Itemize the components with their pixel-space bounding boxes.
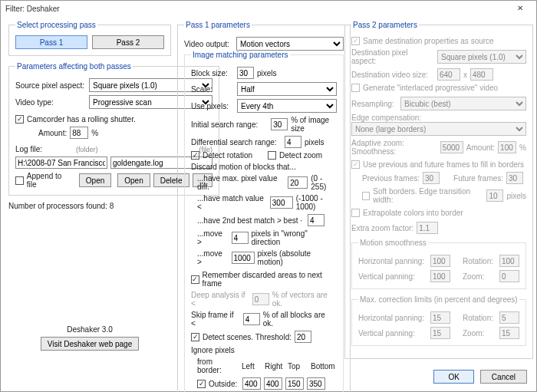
mcl-vp-input [430, 327, 450, 339]
left-label: Left [242, 362, 262, 371]
pass-legend: Select processing pass [15, 21, 97, 29]
d2-input[interactable] [270, 196, 293, 209]
both-passes-legend: Parameters affecting both passes [15, 62, 133, 71]
d5-unit: pixels (absolute motion) [258, 249, 337, 266]
mcl-hp-input [430, 311, 450, 324]
video-output-select[interactable]: Motion vectors [236, 37, 344, 51]
use-pixels-select[interactable]: Every 4th [237, 99, 337, 113]
dsr-input[interactable] [285, 136, 301, 148]
ezf-label: Extra zoom factor: [351, 224, 413, 232]
folder-hint: (folder) [76, 146, 98, 153]
ms-hp-label: Horizontal panning: [358, 257, 427, 265]
amount-pct: % [91, 129, 98, 137]
open-folder-button[interactable]: Open [79, 173, 111, 187]
scale-select[interactable]: Half [237, 82, 337, 96]
d1-label: ...have max. pixel value diff. [197, 174, 285, 191]
detect-scenes-checkbox[interactable]: ✓ [191, 333, 199, 341]
skip-unit: % of all blocks are ok. [263, 311, 337, 328]
dpa-select: Square pixels (1.0) [437, 50, 526, 64]
cancel-button[interactable]: Cancel [480, 370, 527, 384]
az-amount-label: Amount: [466, 143, 495, 152]
pass2-button[interactable]: Pass 2 [92, 35, 164, 49]
mcl-legend: Max. correction limits (in percent and d… [358, 295, 519, 304]
isr-unit: % of image size [291, 116, 337, 133]
d1-input[interactable] [288, 176, 308, 189]
top-label: Top [288, 362, 308, 371]
gip-label: Generate "interlaced progressive" video [363, 84, 498, 92]
amount-input[interactable] [70, 127, 88, 139]
scenes-input[interactable] [295, 331, 311, 343]
pass1-legend: Pass 1 parameters [184, 21, 252, 29]
ms-zoom-input [499, 270, 519, 282]
edge-label: Edge compensation: [351, 114, 526, 122]
image-matching-group: Image matching parameters Block size:pix… [184, 51, 344, 392]
isr-input[interactable] [271, 118, 288, 130]
detect-scenes-label: Detect scenes. Threshold: [203, 333, 292, 341]
open-file-button[interactable]: Open [117, 173, 150, 187]
outside-checkbox[interactable]: ✓ [197, 380, 206, 388]
logfile-label: Log file: [15, 145, 42, 153]
same-dest-checkbox: ✓ [351, 37, 360, 45]
d1-unit: (0 - 255) [311, 174, 337, 191]
mcl-rot-label: Rotation: [463, 314, 496, 322]
remember-checkbox[interactable]: ✓ [191, 275, 199, 284]
skip-label: Skip frame if < [191, 311, 240, 328]
mcl-zoom-input [499, 327, 519, 339]
detect-zoom-checkbox[interactable] [268, 151, 276, 160]
d3-input[interactable] [308, 214, 325, 226]
d4-input[interactable] [232, 232, 249, 244]
titlebar: Filter: Deshaker ✕ [1, 1, 536, 18]
out-right-input[interactable] [264, 377, 282, 390]
skip-input[interactable] [243, 313, 260, 325]
visit-webpage-button[interactable]: Visit Deshaker web page [41, 337, 139, 351]
dialog-window: Filter: Deshaker ✕ Select processing pas… [0, 0, 537, 392]
detect-rotation-label: Detect rotation [203, 151, 252, 160]
rolling-shutter-checkbox[interactable]: ✓ [15, 115, 24, 124]
upf-label: Use previous and future frames to fill i… [363, 160, 524, 169]
deep-unit: % of vectors are ok. [272, 291, 337, 308]
detect-zoom-label: Detect zoom [279, 151, 322, 160]
d5-input[interactable] [232, 252, 255, 264]
bottom-label: Bottom [311, 362, 334, 371]
block-size-label: Block size: [191, 69, 234, 77]
d2-label: ...have match value < [197, 194, 267, 211]
ms-legend: Motion smoothness [358, 239, 428, 247]
block-size-unit: pixels [257, 69, 277, 77]
block-size-input[interactable] [237, 67, 254, 79]
close-icon[interactable]: ✕ [509, 2, 532, 16]
pf-label: Previous frames: [362, 174, 420, 183]
out-left-input[interactable] [242, 377, 261, 390]
ms-vp-input [430, 270, 450, 282]
ezf-input [417, 222, 438, 234]
ms-zoom-label: Zoom: [463, 272, 496, 281]
out-bottom-input[interactable] [307, 377, 325, 390]
dvs-height-input [470, 68, 493, 81]
dvs-label: Destination video size: [351, 71, 434, 79]
sb-unit: pixels [506, 192, 526, 200]
pass1-button[interactable]: Pass 1 [15, 35, 87, 49]
from-border-label: from border: [197, 357, 239, 374]
pass1-group: Pass 1 parameters Video output: Motion v… [177, 21, 351, 392]
dsr-label: Differential search range: [191, 138, 282, 147]
extrapolate-label: Extrapolate colors into border [363, 209, 463, 217]
az-smooth-input [440, 141, 463, 153]
scale-label: Scale: [191, 85, 234, 94]
video-type-label: Video type: [15, 98, 86, 107]
append-checkbox[interactable] [15, 176, 24, 185]
d4-label: ...move > [197, 229, 229, 246]
out-top-input[interactable] [285, 377, 304, 390]
amount-label: Amount: [38, 129, 67, 137]
remember-label: Remember discarded areas to next frame [203, 271, 337, 288]
detect-rotation-checkbox[interactable]: ✓ [191, 151, 199, 160]
az-amount-input [498, 141, 516, 153]
dvs-x: x [463, 71, 467, 79]
discard-header: Discard motion of blocks that... [191, 163, 337, 171]
ok-button[interactable]: OK [433, 370, 473, 384]
dvs-width-input [437, 68, 460, 81]
log-folder-input[interactable] [15, 156, 107, 169]
pass-group: Select processing pass Pass 1 Pass 2 [8, 21, 171, 56]
az-label: Adaptive zoom: Smoothness: [351, 139, 437, 156]
upf-checkbox: ✓ [351, 160, 360, 169]
dpa-label: Destination pixel aspect: [351, 48, 434, 65]
version-label: Deshaker 3.0 [8, 325, 171, 334]
